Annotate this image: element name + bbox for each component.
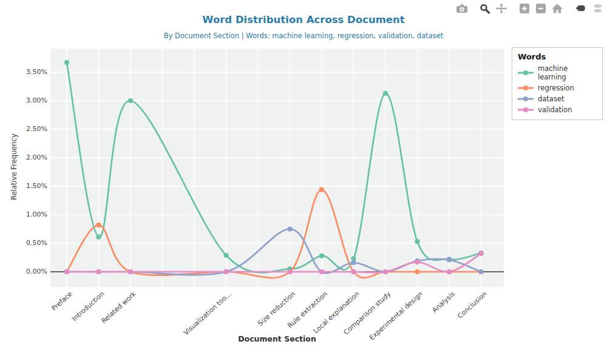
- legend-item-machine-learning[interactable]: machine learning: [518, 64, 597, 81]
- y-tick-label: 0.00%: [0, 267, 47, 277]
- legend-swatch-icon: [518, 69, 534, 76]
- legend-items: machine learningregressiondatasetvalidat…: [518, 64, 597, 114]
- gridlines: [50, 49, 504, 287]
- x-tick-label: Conclusion: [456, 290, 488, 320]
- data-point-machine-learning: [319, 254, 324, 258]
- plot-area[interactable]: [50, 49, 504, 287]
- y-tick-label: 2.50%: [0, 124, 47, 134]
- data-point-validation: [351, 269, 356, 274]
- data-point-regression: [96, 223, 101, 228]
- legend-swatch-icon: [518, 84, 534, 92]
- series-regression: [64, 187, 484, 278]
- camera-snapshot-icon[interactable]: [455, 3, 469, 14]
- y-tick-label: 1.00%: [0, 210, 47, 220]
- x-tick-label: Preface: [50, 290, 74, 312]
- legend-item-dataset[interactable]: dataset: [518, 95, 597, 103]
- legend-swatch-icon: [518, 95, 534, 103]
- data-point-dataset: [478, 269, 483, 274]
- data-point-machine-learning: [96, 235, 101, 240]
- data-point-validation: [478, 251, 483, 256]
- data-point-validation: [319, 269, 324, 274]
- data-point-validation: [447, 269, 452, 274]
- legend-item-label: machine learning: [538, 64, 597, 81]
- data-point-dataset: [351, 260, 356, 265]
- y-tick-label: 1.50%: [0, 181, 47, 191]
- x-tick-label: Visualization too...: [182, 290, 233, 337]
- chart-subtitle: By Document Section | Words: machine lea…: [0, 32, 607, 40]
- chart-title: Word Distribution Across Document: [0, 14, 607, 25]
- x-axis-title: Document Section: [50, 334, 504, 343]
- zoom-in-icon[interactable]: [518, 3, 531, 14]
- hover-compare-icon[interactable]: [590, 3, 603, 14]
- legend-title: Words: [518, 52, 597, 61]
- legend: Words machine learningregressiondatasetv…: [512, 47, 603, 120]
- chart-canvas[interactable]: [50, 49, 504, 287]
- y-tick-label: 2.00%: [0, 153, 47, 163]
- modebar: [452, 3, 603, 14]
- zoom-icon[interactable]: [478, 3, 492, 14]
- series-line-regression: [67, 190, 481, 278]
- series-machine-learning: [64, 60, 484, 272]
- y-tick-label: 0.50%: [0, 238, 47, 248]
- y-tick-label: 3.00%: [0, 96, 47, 106]
- y-axis-title: Relative Frequency: [10, 127, 18, 206]
- data-point-machine-learning: [383, 91, 388, 96]
- legend-item-label: dataset: [538, 95, 564, 103]
- data-point-machine-learning: [64, 60, 69, 65]
- y-tick-label: 3.50%: [0, 67, 47, 77]
- data-point-dataset: [287, 226, 292, 231]
- data-point-dataset: [447, 257, 452, 262]
- reset-home-icon[interactable]: [551, 3, 564, 14]
- data-point-machine-learning: [128, 98, 133, 103]
- data-point-regression: [319, 187, 324, 192]
- data-point-machine-learning: [415, 239, 419, 244]
- legend-item-label: validation: [538, 106, 572, 114]
- data-point-validation: [415, 260, 419, 265]
- legend-item-label: regression: [538, 84, 574, 92]
- pan-icon[interactable]: [495, 3, 508, 14]
- legend-item-validation[interactable]: validation: [518, 106, 597, 114]
- zoom-out-icon[interactable]: [534, 3, 548, 14]
- series-line-dataset: [67, 229, 481, 275]
- series-dataset: [64, 226, 484, 275]
- legend-swatch-icon: [518, 106, 534, 113]
- data-point-validation: [287, 269, 292, 274]
- data-point-validation: [128, 269, 133, 274]
- data-point-validation: [96, 269, 101, 274]
- data-point-regression: [415, 269, 419, 274]
- x-tick-label: Analysis: [430, 290, 456, 314]
- data-point-validation: [223, 269, 228, 274]
- legend-item-regression[interactable]: regression: [518, 84, 597, 92]
- data-point-validation: [383, 269, 388, 274]
- data-point-validation: [64, 269, 69, 274]
- data-point-machine-learning: [223, 253, 228, 258]
- figure: Word Distribution Across Document By Doc…: [0, 0, 607, 364]
- hover-closest-icon[interactable]: [574, 3, 587, 14]
